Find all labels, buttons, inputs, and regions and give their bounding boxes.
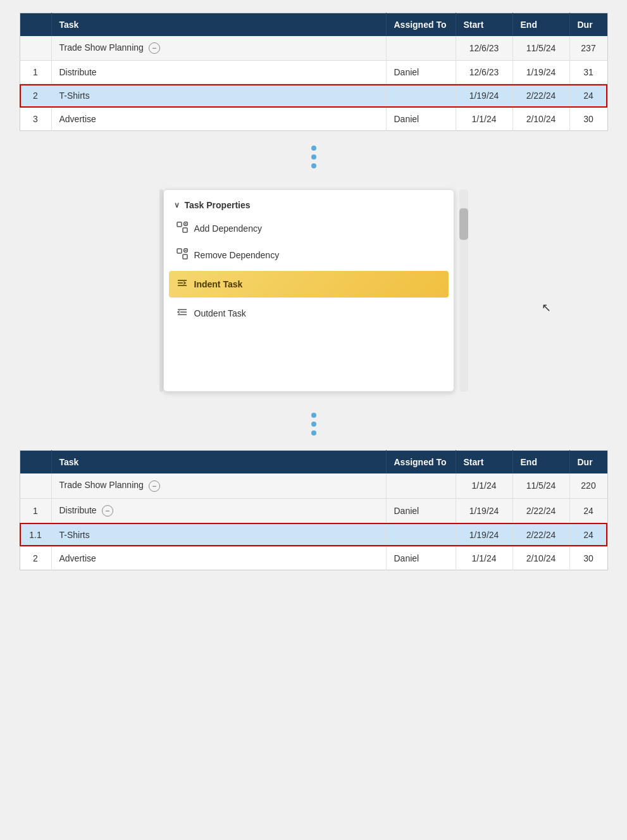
row-end-cell: 2/22/24 bbox=[512, 523, 569, 546]
dot-6 bbox=[311, 430, 316, 436]
row-num-cell: 3 bbox=[20, 108, 51, 131]
row-dur-cell: 24 bbox=[569, 498, 607, 523]
svg-rect-1 bbox=[183, 228, 187, 232]
row-num-cell bbox=[20, 36, 51, 61]
table-row[interactable]: Trade Show Planning−1/1/2411/5/24220 bbox=[20, 473, 607, 498]
scrollbar-track[interactable] bbox=[459, 189, 468, 392]
row-start-cell: 12/6/23 bbox=[456, 36, 512, 61]
menu-item-icon bbox=[177, 306, 188, 320]
col-header-end: End bbox=[512, 13, 569, 37]
row-num-cell: 1.1 bbox=[20, 523, 51, 546]
menu-item-icon bbox=[177, 248, 188, 262]
dots-separator-top bbox=[311, 131, 316, 183]
table-row[interactable]: 1.1T-Shirts1/19/242/22/2424 bbox=[20, 523, 607, 546]
table-row[interactable]: 1DistributeDaniel12/6/231/19/2431 bbox=[20, 61, 607, 84]
row-end-cell: 2/10/24 bbox=[512, 546, 569, 570]
row-task-cell: T-Shirts bbox=[51, 523, 386, 546]
col2-header-end: End bbox=[512, 451, 569, 474]
dot-3 bbox=[311, 163, 316, 168]
row-end-cell: 11/5/24 bbox=[512, 473, 569, 498]
bottom-table-section: Task Assigned To Start End Dur Trade Sho… bbox=[20, 450, 608, 570]
col-header-start: Start bbox=[456, 13, 512, 37]
row-num-cell: 1 bbox=[20, 61, 51, 84]
row-task-cell: Trade Show Planning− bbox=[51, 36, 386, 61]
context-menu[interactable]: ∨ Task Properties Add DependencyRemove D… bbox=[163, 189, 454, 392]
row-task-cell: Advertise bbox=[51, 546, 386, 570]
svg-rect-6 bbox=[183, 254, 187, 259]
menu-item-indent-task[interactable]: Indent Task bbox=[169, 271, 449, 298]
menu-item-label: Outdent Task bbox=[194, 308, 246, 318]
col2-header-assigned: Assigned To bbox=[386, 451, 456, 474]
table-row[interactable]: 3AdvertiseDaniel1/1/242/10/2430 bbox=[20, 108, 607, 131]
table-row[interactable]: 1Distribute−Daniel1/19/242/22/2424 bbox=[20, 498, 607, 523]
row-dur-cell: 237 bbox=[569, 36, 607, 61]
row-dur-cell: 30 bbox=[569, 546, 607, 570]
menu-header-label: Task Properties bbox=[185, 200, 251, 210]
row-dur-cell: 24 bbox=[569, 523, 607, 546]
row-num-cell: 2 bbox=[20, 84, 51, 108]
menu-item-remove-dependency[interactable]: Remove Dependency bbox=[164, 242, 454, 268]
row-end-cell: 2/10/24 bbox=[512, 108, 569, 131]
col-header-assigned: Assigned To bbox=[386, 13, 456, 37]
svg-rect-5 bbox=[177, 249, 182, 253]
row-start-cell: 1/19/24 bbox=[456, 498, 512, 523]
col2-header-task: Task bbox=[51, 451, 386, 474]
col2-header-dur: Dur bbox=[569, 451, 607, 474]
row-task-cell: Trade Show Planning− bbox=[51, 473, 386, 498]
row-assigned-cell: Daniel bbox=[386, 61, 456, 84]
collapse-icon[interactable]: − bbox=[102, 505, 113, 517]
menu-item-label: Remove Dependency bbox=[194, 250, 280, 260]
menu-header-task-properties[interactable]: ∨ Task Properties bbox=[164, 195, 454, 215]
row-assigned-cell bbox=[386, 473, 456, 498]
menu-item-icon bbox=[177, 277, 188, 291]
table-row[interactable]: 2AdvertiseDaniel1/1/242/10/2430 bbox=[20, 546, 607, 570]
row-task-cell: T-Shirts bbox=[51, 84, 386, 108]
row-start-cell: 1/1/24 bbox=[456, 473, 512, 498]
row-assigned-cell: Daniel bbox=[386, 498, 456, 523]
row-task-cell: Distribute bbox=[51, 61, 386, 84]
col2-header-num bbox=[20, 451, 51, 474]
row-num-cell: 1 bbox=[20, 498, 51, 523]
collapse-icon[interactable]: − bbox=[149, 42, 160, 54]
dots-separator-bottom bbox=[311, 398, 316, 450]
row-task-cell: Advertise bbox=[51, 108, 386, 131]
collapse-icon[interactable]: − bbox=[149, 480, 160, 492]
row-num-cell bbox=[20, 473, 51, 498]
chevron-down-icon: ∨ bbox=[174, 201, 180, 210]
cursor-icon: ↖ bbox=[542, 301, 551, 315]
row-assigned-cell bbox=[386, 36, 456, 61]
row-assigned-cell: Daniel bbox=[386, 546, 456, 570]
scrollbar-thumb[interactable] bbox=[459, 208, 468, 240]
row-start-cell: 1/1/24 bbox=[456, 108, 512, 131]
row-end-cell: 2/22/24 bbox=[512, 84, 569, 108]
row-start-cell: 1/19/24 bbox=[456, 84, 512, 108]
menu-item-add-dependency[interactable]: Add Dependency bbox=[164, 215, 454, 242]
task-table-top: Task Assigned To Start End Dur Trade Sho… bbox=[20, 13, 608, 131]
menu-item-outdent-task[interactable]: Outdent Task bbox=[164, 300, 454, 327]
table-row[interactable]: Trade Show Planning−12/6/2311/5/24237 bbox=[20, 36, 607, 61]
table2-header-row: Task Assigned To Start End Dur bbox=[20, 451, 607, 474]
row-dur-cell: 24 bbox=[569, 84, 607, 108]
row-end-cell: 2/22/24 bbox=[512, 498, 569, 523]
row-start-cell: 1/19/24 bbox=[456, 523, 512, 546]
col-header-num bbox=[20, 13, 51, 37]
svg-rect-0 bbox=[177, 222, 182, 227]
row-task-cell: Distribute− bbox=[51, 498, 386, 523]
table-row[interactable]: 2T-Shirts1/19/242/22/2424 bbox=[20, 84, 607, 108]
dot-2 bbox=[311, 154, 316, 160]
row-num-cell: 2 bbox=[20, 546, 51, 570]
row-assigned-cell bbox=[386, 523, 456, 546]
task-table-bottom: Task Assigned To Start End Dur Trade Sho… bbox=[20, 450, 608, 570]
dot-4 bbox=[311, 413, 316, 418]
row-start-cell: 1/1/24 bbox=[456, 546, 512, 570]
menu-item-label: Indent Task bbox=[194, 279, 243, 289]
col-header-task: Task bbox=[51, 13, 386, 37]
dot-1 bbox=[311, 146, 316, 151]
menu-item-label: Add Dependency bbox=[194, 223, 262, 234]
table-header-row: Task Assigned To Start End Dur bbox=[20, 13, 607, 37]
row-dur-cell: 30 bbox=[569, 108, 607, 131]
row-assigned-cell bbox=[386, 84, 456, 108]
left-border bbox=[159, 189, 163, 392]
menu-item-icon bbox=[177, 222, 188, 235]
dot-5 bbox=[311, 422, 316, 427]
